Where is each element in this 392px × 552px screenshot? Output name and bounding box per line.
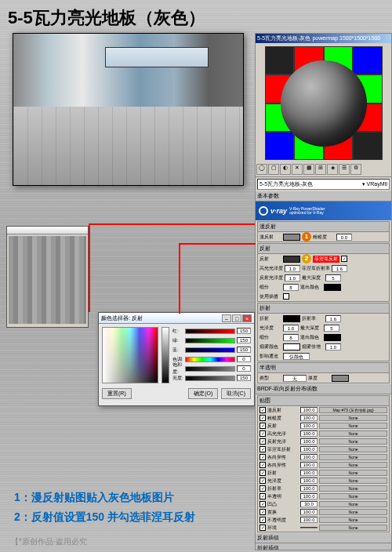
fresnel-ior-value[interactable]: 1.6 [332, 265, 347, 272]
map-slot[interactable]: None [319, 462, 387, 468]
blue-slider[interactable] [185, 347, 235, 353]
map-checkbox[interactable]: ✓ [260, 407, 266, 413]
map-amount[interactable]: 100.0 [300, 462, 318, 468]
tool-button[interactable]: ◯ [256, 164, 267, 175]
tool-button[interactable]: ◐ [280, 164, 291, 175]
hue-slider[interactable] [185, 357, 235, 362]
map-checkbox[interactable]: ✓ [260, 462, 266, 468]
refgloss-value[interactable]: 1.0 [285, 274, 300, 281]
map-amount[interactable]: 100.0 [300, 470, 318, 476]
map-checkbox[interactable]: ✓ [260, 525, 266, 531]
map-slot[interactable]: None [319, 423, 387, 429]
map-checkbox[interactable]: ✓ [260, 454, 266, 460]
minimize-button[interactable]: – [222, 314, 231, 322]
material-editor-titlebar[interactable]: 5-5瓦力亮光地板-灰色 powermap 1500*1500*1500 [256, 34, 391, 43]
map-amount[interactable]: 100.0 [300, 438, 318, 445]
map-slot[interactable]: None [319, 454, 387, 460]
map-slot[interactable]: None [319, 415, 387, 421]
affect-value[interactable]: 仅颜色 [283, 353, 310, 360]
map-slot[interactable]: None [319, 517, 387, 523]
map-checkbox[interactable]: ✓ [260, 430, 266, 437]
sat-slider[interactable] [185, 366, 235, 372]
tool-button[interactable]: ▦ [303, 164, 314, 175]
map-slot[interactable]: None [319, 438, 387, 445]
section-header[interactable]: 基本参数 [256, 191, 391, 202]
map-slot[interactable]: None [319, 430, 387, 437]
val-slider[interactable] [185, 376, 235, 381]
map-amount[interactable]: 100.0 [300, 430, 318, 437]
map-checkbox[interactable]: ✓ [260, 423, 266, 429]
map-amount[interactable]: 100.0 [300, 446, 318, 452]
map-checkbox[interactable]: ✓ [260, 478, 266, 484]
map-slot[interactable]: None [319, 509, 387, 515]
hilight-value[interactable]: 1.0 [285, 265, 300, 272]
reset-button[interactable]: 重置(R) [102, 388, 132, 399]
map-amount[interactable]: 100.0 [300, 423, 318, 429]
rgloss-value[interactable]: 1.0 [283, 325, 299, 332]
map-amount[interactable] [300, 527, 318, 528]
tool-button[interactable]: ◈ [327, 164, 338, 175]
interp-checkbox[interactable] [283, 293, 289, 300]
map-checkbox[interactable]: ✓ [260, 509, 266, 515]
map-slot[interactable]: Map #73 (灰色地板.jpg) [319, 407, 387, 413]
brdf-header[interactable]: BRDF-双向反射分布函数 [256, 384, 391, 394]
exit-swatch[interactable] [324, 284, 341, 291]
map-slot[interactable]: None [319, 485, 387, 492]
roughness-value[interactable]: 0.0 [336, 234, 352, 241]
refract-ior-value[interactable]: 1.6 [325, 315, 341, 322]
map-checkbox[interactable]: ✓ [260, 493, 266, 499]
map-checkbox[interactable]: ✓ [260, 438, 266, 445]
tool-button[interactable]: ⚙ [350, 164, 361, 175]
color-dialog-titlebar[interactable]: 颜色选择器: 反射 – □ × [99, 313, 254, 324]
map-amount[interactable]: 100.0 [300, 485, 318, 492]
tool-button[interactable]: ✕ [292, 164, 303, 175]
refl-interp-header[interactable]: 反射插值 [256, 533, 391, 543]
map-amount[interactable]: 100.0 [300, 454, 318, 460]
green-value[interactable]: 150 [237, 337, 251, 343]
map-amount[interactable]: 100.0 [300, 415, 318, 421]
diffuse-swatch[interactable] [283, 234, 300, 241]
map-slot[interactable]: None [319, 478, 387, 484]
refract-swatch[interactable] [283, 315, 300, 322]
tool-button[interactable]: ☰ [339, 164, 350, 175]
map-slot[interactable]: None [319, 446, 387, 452]
close-button[interactable]: × [242, 314, 252, 322]
sat-value[interactable]: 0 [237, 365, 251, 372]
map-amount[interactable]: 100.0 [300, 493, 318, 499]
hsv-color-field[interactable] [102, 327, 158, 383]
map-amount[interactable]: 100.0 [300, 407, 318, 413]
map-slot[interactable]: None [319, 501, 387, 507]
value-slider[interactable] [162, 327, 169, 383]
thickness-swatch[interactable] [332, 375, 349, 382]
map-checkbox[interactable]: ✓ [260, 501, 266, 507]
red-value[interactable]: 150 [237, 328, 251, 334]
maximize-button[interactable]: □ [232, 314, 241, 322]
red-slider[interactable] [185, 329, 235, 334]
green-slider[interactable] [185, 338, 235, 343]
map-checkbox[interactable]: ✓ [260, 446, 266, 452]
val-value[interactable]: 150 [237, 375, 251, 381]
map-slot[interactable]: None [319, 470, 387, 476]
map-amount[interactable]: 100.0 [300, 517, 318, 523]
texture-window-titlebar[interactable] [7, 227, 88, 234]
map-amount[interactable]: 100.0 [300, 478, 318, 484]
map-slot[interactable]: None [319, 525, 387, 531]
rexit-swatch[interactable] [324, 334, 341, 341]
subdiv-value[interactable]: 8 [283, 284, 299, 291]
map-amount[interactable]: 100.0 [300, 509, 318, 515]
refr-interp-header[interactable]: 折射插值 [256, 543, 391, 550]
fogmult-value[interactable]: 1.0 [325, 343, 341, 350]
tool-button[interactable]: ▢ [268, 164, 279, 175]
tool-button[interactable]: ⊞ [315, 164, 326, 175]
map-checkbox[interactable]: ✓ [260, 470, 266, 476]
blue-value[interactable]: 150 [237, 347, 251, 353]
ok-button[interactable]: 确定(O) [188, 388, 218, 399]
hue-value[interactable]: 0 [237, 356, 251, 362]
color-picker-dialog[interactable]: 颜色选择器: 反射 – □ × 红:150 绿:150 蓝:150 色调:0 饱… [98, 312, 255, 406]
trans-type-value[interactable]: 无 [283, 375, 307, 382]
material-preview[interactable] [265, 46, 383, 160]
texture-preview-window[interactable] [6, 226, 89, 328]
fog-swatch[interactable] [283, 343, 300, 350]
map-slot[interactable]: None [319, 493, 387, 499]
cancel-button[interactable]: 取消(C) [221, 388, 251, 399]
